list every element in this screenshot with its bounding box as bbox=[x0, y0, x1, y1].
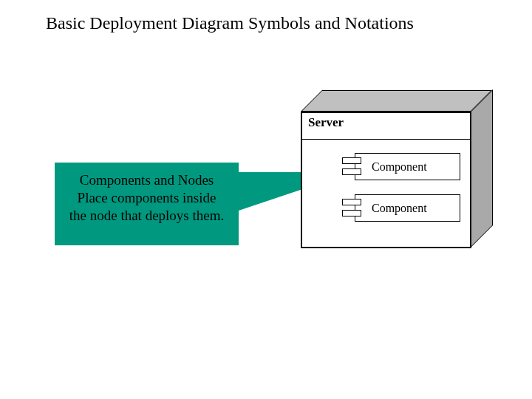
callout-line-2: the node that deploys them. bbox=[69, 207, 224, 225]
callout-heading: Components and Nodes bbox=[80, 171, 214, 189]
node-cube-top bbox=[301, 90, 492, 112]
component-lug-icon bbox=[342, 210, 361, 216]
callout-line-1: Place components inside bbox=[78, 189, 216, 207]
component-lug-icon bbox=[342, 157, 361, 164]
node-cube-side bbox=[471, 89, 493, 248]
component-label: Component bbox=[355, 153, 460, 180]
node-label: Server bbox=[308, 115, 344, 130]
callout-box: Components and Nodes Place components in… bbox=[55, 163, 239, 245]
component-symbol: Component bbox=[342, 194, 460, 222]
component-label: Component bbox=[355, 194, 460, 222]
component-symbol: Component bbox=[342, 153, 460, 180]
page-title: Basic Deployment Diagram Symbols and Not… bbox=[46, 13, 414, 33]
component-lug-icon bbox=[342, 168, 361, 175]
node-divider bbox=[302, 139, 471, 140]
component-lug-icon bbox=[342, 199, 361, 205]
